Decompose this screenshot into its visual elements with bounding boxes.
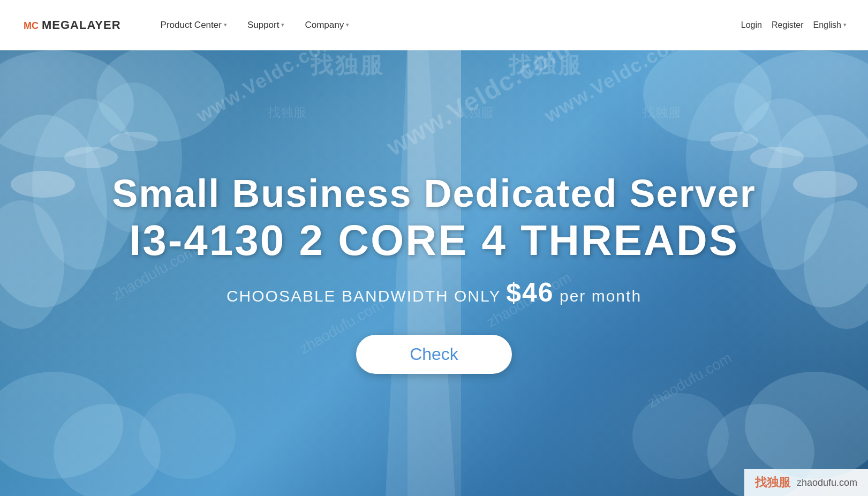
nav-right: Login Register English ▾ xyxy=(741,20,847,30)
check-button[interactable]: Check xyxy=(356,335,512,374)
bottom-watermark-bar: 找独服 zhaodufu.com xyxy=(744,469,868,496)
hero-subtitle: CHOOSABLE BANDWIDTH ONLY $46 per month xyxy=(0,277,868,308)
bottom-bar-text: zhaodufu.com xyxy=(797,477,857,489)
hero-content: Small Business Dedicated Server I3-4130 … xyxy=(0,172,868,374)
chevron-down-icon: ▾ xyxy=(281,21,284,28)
chevron-down-icon: ▾ xyxy=(346,21,349,28)
hero-title-line1: Small Business Dedicated Server xyxy=(0,172,868,215)
nav-item-support[interactable]: Support ▾ xyxy=(240,16,292,35)
language-selector[interactable]: English ▾ xyxy=(813,20,847,30)
chevron-down-icon: ▾ xyxy=(224,21,227,28)
navbar: MC MEGALAYER Product Center ▾ Support ▾ … xyxy=(0,0,868,50)
logo-text: MEGALAYER xyxy=(42,18,121,32)
svg-text:MC: MC xyxy=(24,20,39,31)
nav-item-product-center[interactable]: Product Center ▾ xyxy=(153,16,235,35)
nav-item-company[interactable]: Company ▾ xyxy=(297,16,357,35)
logo[interactable]: MC MEGALAYER xyxy=(21,15,121,35)
hero-section: www.Veldc.com www.Veldc.com www.Veldc.co… xyxy=(0,50,868,496)
login-link[interactable]: Login xyxy=(741,20,762,30)
nav-links: Product Center ▾ Support ▾ Company ▾ xyxy=(153,16,741,35)
register-link[interactable]: Register xyxy=(772,20,804,30)
logo-icon: MC xyxy=(21,15,42,35)
chevron-down-icon: ▾ xyxy=(843,21,847,28)
bottom-bar-icon: 找独服 xyxy=(755,475,790,491)
hero-title-line2: I3-4130 2 CORE 4 THREADS xyxy=(0,215,868,266)
